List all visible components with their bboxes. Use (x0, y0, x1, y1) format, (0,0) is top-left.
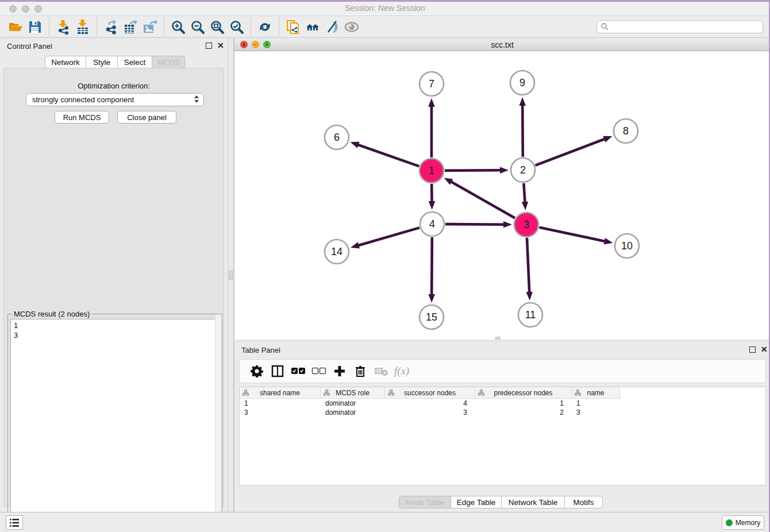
status-bar: Memory (0, 512, 770, 532)
mcds-result-text[interactable]: 1 3 (10, 319, 220, 531)
node-table-rows: 1dominator4113dominator323 (240, 399, 765, 417)
table-cell[interactable]: 3 (385, 408, 475, 417)
edge-3-11[interactable] (527, 238, 529, 293)
clone-network-icon[interactable] (283, 18, 303, 36)
network-canvas[interactable]: 7968124314101511 (234, 51, 770, 340)
column-header-shared-name[interactable]: shared name (240, 387, 321, 399)
edge-arrowhead-3-10 (604, 238, 613, 244)
edge-arrowhead-1-6 (351, 142, 360, 148)
table-cell[interactable]: 3 (240, 408, 321, 417)
table-cell[interactable]: 1 (240, 399, 321, 408)
table-cell[interactable]: 1 (572, 399, 620, 408)
edge-1-6[interactable] (357, 145, 419, 167)
window-title: Session: New Session (0, 3, 770, 13)
edge-4-3[interactable] (445, 224, 505, 225)
table-cell[interactable]: dominator (321, 399, 385, 408)
splitter-grip[interactable] (229, 271, 233, 280)
export-image-icon[interactable] (140, 18, 160, 36)
float-table-panel-icon[interactable] (749, 346, 756, 353)
network-window-titlebar[interactable]: x − + scc.txt (234, 38, 770, 51)
export-table-icon[interactable] (121, 18, 140, 36)
edge-3-10[interactable] (540, 228, 606, 241)
delete-table-icon[interactable] (371, 361, 391, 381)
close-panel-button[interactable]: Close panel (117, 111, 176, 124)
table-row[interactable]: 3dominator323 (240, 408, 765, 417)
table-row[interactable]: 1dominator411 (240, 399, 765, 408)
node-6[interactable]: 6 (325, 125, 349, 149)
node-8[interactable]: 8 (614, 119, 638, 143)
show-column-icon[interactable] (267, 361, 288, 381)
node-3[interactable]: 3 (514, 213, 538, 237)
search-input[interactable] (609, 23, 763, 31)
edge-4-15[interactable] (432, 237, 432, 295)
export-network-icon[interactable] (101, 18, 121, 36)
edge-2-3[interactable] (523, 183, 525, 203)
unselect-all-columns-icon[interactable] (309, 361, 329, 381)
settings-gear-icon[interactable] (247, 361, 267, 381)
search-box[interactable] (596, 20, 763, 33)
tab-node-table[interactable]: Node Table (399, 496, 451, 508)
tab-edge-table[interactable]: Edge Table (451, 496, 502, 508)
edge-4-14[interactable] (358, 228, 419, 245)
apply-layout-icon[interactable] (255, 18, 275, 36)
vertical-splitter[interactable] (228, 38, 234, 512)
first-neighbors-icon[interactable] (303, 18, 322, 36)
node-2[interactable]: 2 (511, 158, 535, 182)
tab-network-table[interactable]: Network Table (502, 496, 565, 508)
column-header-successor-nodes[interactable]: successor nodes (385, 387, 475, 399)
edge-3-1[interactable] (451, 182, 515, 218)
node-11[interactable]: 11 (518, 303, 542, 327)
mcds-tab-panel: Optimization criterion: strongly connect… (3, 68, 224, 507)
tab-motifs[interactable]: Motifs (565, 496, 603, 508)
column-header-name[interactable]: name (572, 387, 620, 399)
tab-mcds[interactable]: MCDS (152, 56, 185, 68)
table-cell[interactable]: 4 (385, 399, 475, 408)
column-type-icon (575, 390, 581, 396)
table-cell[interactable]: 2 (475, 408, 572, 417)
import-table-icon[interactable] (73, 18, 93, 36)
tab-network[interactable]: Network (45, 56, 86, 68)
node-10[interactable]: 10 (615, 234, 639, 258)
optimization-criterion-select[interactable]: strongly connected component (26, 93, 204, 106)
zoom-selected-icon[interactable] (227, 18, 247, 36)
show-all-icon[interactable] (342, 18, 361, 36)
canvas-splitter-grip[interactable] (495, 337, 500, 340)
zoom-fit-icon[interactable] (207, 18, 227, 36)
function-builder-icon[interactable]: f(x) (391, 361, 412, 381)
node-1[interactable]: 1 (419, 159, 444, 183)
node-14[interactable]: 14 (325, 240, 349, 264)
table-cell[interactable]: 3 (572, 408, 620, 417)
zoom-out-icon[interactable] (188, 18, 207, 36)
edge-2-8[interactable] (536, 138, 606, 165)
float-panel-icon[interactable] (206, 43, 212, 49)
table-toolbar: f(x) (239, 359, 766, 383)
node-7[interactable]: 7 (419, 72, 444, 96)
add-column-icon[interactable] (329, 361, 350, 381)
run-mcds-button[interactable]: Run MCDS (55, 111, 109, 124)
column-header-predecessor-nodes[interactable]: predecessor nodes (475, 387, 572, 399)
save-session-icon[interactable] (25, 18, 45, 36)
tab-select[interactable]: Select (118, 56, 152, 68)
memory-button[interactable]: Memory (722, 515, 764, 530)
control-panel-title: Control Panel (7, 42, 52, 51)
edge-2-9[interactable] (522, 105, 523, 157)
column-header-MCDS-role[interactable]: MCDS role (321, 387, 385, 399)
open-session-icon[interactable] (6, 18, 25, 36)
table-cell[interactable]: dominator (321, 408, 385, 417)
node-table[interactable]: shared nameMCDS rolesuccessor nodesprede… (239, 387, 766, 485)
node-4[interactable]: 4 (420, 212, 444, 236)
close-table-panel-icon[interactable]: ✕ (761, 345, 768, 353)
node-15[interactable]: 15 (419, 305, 444, 329)
delete-column-icon[interactable] (350, 361, 371, 381)
import-network-icon[interactable] (53, 18, 73, 36)
edge-1-2[interactable] (445, 170, 501, 171)
tab-style[interactable]: Style (86, 56, 118, 68)
table-cell[interactable]: 1 (475, 399, 572, 408)
zoom-in-icon[interactable] (168, 18, 188, 36)
hide-selected-icon[interactable] (322, 18, 342, 36)
close-panel-icon[interactable]: ✕ (217, 41, 224, 49)
task-history-button[interactable] (6, 515, 23, 530)
result-scrollbar[interactable] (215, 315, 221, 526)
node-9[interactable]: 9 (510, 71, 534, 95)
select-all-columns-icon[interactable] (288, 361, 309, 381)
